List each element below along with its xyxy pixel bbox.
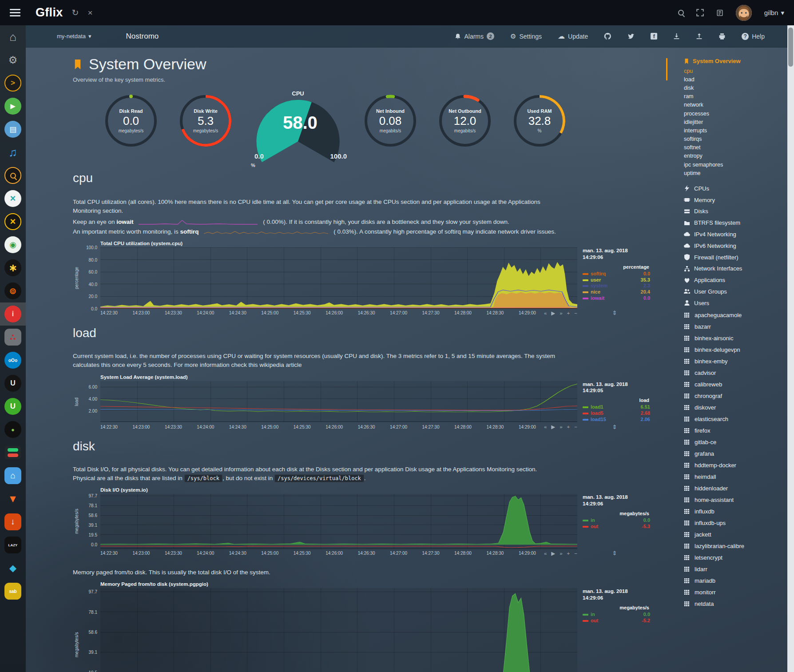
app-icon-monitorr[interactable]	[0, 441, 26, 464]
legend-item-in[interactable]: in 0.0	[583, 517, 650, 524]
gauge-net-outbound[interactable]: Net Outbound 12.0 megabits/s	[432, 90, 498, 147]
legend-item-softirq[interactable]: softirq 0.0	[583, 271, 650, 277]
facebook-link[interactable]: f	[651, 33, 657, 40]
pan-backward-button[interactable]: «	[544, 424, 547, 429]
github-link[interactable]	[604, 32, 611, 40]
pan-backward-button[interactable]: «	[544, 310, 547, 316]
zoom-out-button[interactable]: −	[574, 551, 577, 556]
sidebar-link-uptime[interactable]: uptime	[684, 169, 784, 177]
app-icon-downloader[interactable]: ↓	[0, 510, 26, 533]
app-icon-ubooquity[interactable]: U	[0, 395, 26, 418]
sidebar-section-user-groups[interactable]: User Groups	[684, 286, 784, 297]
sidebar-app-jackett[interactable]: jackett	[684, 529, 784, 540]
app-icon-jackett[interactable]	[0, 164, 26, 187]
app-icon-diskover[interactable]: ∗	[0, 256, 26, 279]
legend-item-load15[interactable]: load15 2.06	[583, 417, 650, 423]
legend-item-nice[interactable]: nice 20.4	[583, 289, 650, 295]
gauge-used-ram[interactable]: Used RAM 32.8 %	[506, 90, 573, 147]
play-button[interactable]: ▶	[551, 550, 555, 557]
app-icon-pinwheel-white[interactable]: ×	[0, 187, 26, 210]
sidebar-section-memory[interactable]: Memory	[684, 194, 784, 206]
sidebar-section-users[interactable]: Users	[684, 297, 784, 309]
chart-resize-handle[interactable]: ⇕	[577, 310, 652, 316]
sidebar-item-system-overview[interactable]: System Overview	[684, 58, 784, 64]
sidebar-app-lazylibrarian-calibre[interactable]: lazylibrarian-calibre	[684, 540, 784, 552]
sidebar-link-ipc-semaphores[interactable]: ipc semaphores	[684, 160, 784, 169]
sidebar-app-calibreweb[interactable]: calibreweb	[684, 378, 784, 390]
zoom-out-button[interactable]: −	[574, 310, 577, 316]
chart-plot-area[interactable]	[100, 494, 577, 549]
pan-forward-button[interactable]: »	[560, 424, 562, 429]
sidebar-app-hddtemp-docker[interactable]: hddtemp-docker	[684, 459, 784, 471]
sidebar-link-ram[interactable]: ram	[684, 92, 784, 101]
app-icon-bazarr[interactable]: ∴	[0, 326, 26, 349]
legend-item-load5[interactable]: load5 2.68	[583, 410, 650, 417]
scrollbar-track[interactable]	[787, 25, 794, 672]
app-icon-lazylibrarian[interactable]: LAZY	[0, 533, 26, 557]
app-icon-airsonic[interactable]: ♫	[0, 141, 26, 164]
app-icon-nextcloud[interactable]: oOo	[0, 349, 26, 372]
chart-resize-handle[interactable]: ⇕	[577, 424, 652, 430]
sidebar-link-processes[interactable]: processes	[684, 109, 784, 118]
sidebar-section-ipv6-networking[interactable]: IPv6 Networking	[684, 240, 784, 251]
sidebar-app-grafana[interactable]: grafana	[684, 448, 784, 459]
sidebar-app-letsencrypt[interactable]: letsencrypt	[684, 552, 784, 563]
sidebar-app-binhex-emby[interactable]: binhex-emby	[684, 355, 784, 367]
twitter-link[interactable]	[627, 33, 635, 40]
play-button[interactable]: ▶	[551, 310, 555, 316]
legend-item-iowait[interactable]: iowait 0.0	[583, 295, 650, 302]
gauge-net-inbound[interactable]: Net Inbound 0.08 megabits/s	[357, 90, 424, 147]
scrollbar-thumb[interactable]	[788, 28, 793, 67]
sidebar-app-binhex-delugevpn[interactable]: binhex-delugevpn	[684, 344, 784, 355]
user-avatar[interactable]	[736, 5, 752, 21]
alarms-button[interactable]: Alarms 2	[455, 32, 494, 40]
sidebar-link-disk[interactable]: disk	[684, 84, 784, 92]
sidebar-app-home-assistant[interactable]: home-assistant	[684, 494, 784, 505]
sidebar-link-interrupts[interactable]: interrupts	[684, 126, 784, 135]
sidebar-link-softnet[interactable]: softnet	[684, 143, 784, 152]
gauge-disk-read[interactable]: Disk Read 0.0 megabytes/s	[98, 90, 164, 147]
sidebar-app-lidarr[interactable]: lidarr	[684, 563, 784, 575]
sidebar-app-cadvisor[interactable]: cadvisor	[684, 367, 784, 378]
hamburger-menu-icon[interactable]	[10, 7, 20, 18]
changelog-icon[interactable]	[716, 9, 723, 16]
sidebar-app-mariadb[interactable]: mariadb	[684, 575, 784, 586]
app-icon-settings[interactable]: ⚙	[0, 48, 26, 72]
app-icon-grafana[interactable]: ⊚	[0, 279, 26, 302]
search-icon[interactable]	[678, 10, 684, 16]
sidebar-app-hiddenloader[interactable]: hiddenloader	[684, 482, 784, 494]
sidebar-section-applications[interactable]: Applications	[684, 274, 784, 286]
chart-plot-area[interactable]	[100, 588, 577, 672]
app-icon-plex[interactable]: >	[0, 72, 26, 95]
legend-item-out[interactable]: out -5.2	[583, 618, 650, 624]
app-icon-gitlab[interactable]: ▼	[0, 487, 26, 510]
server-dropdown[interactable]: my-netdata▾	[57, 33, 91, 40]
legend-item-load1[interactable]: load1 6.51	[583, 404, 650, 410]
app-icon-emby[interactable]: ▶	[0, 95, 26, 118]
close-tab-icon[interactable]: ×	[87, 8, 92, 18]
app-icon-netdata[interactable]: i	[0, 302, 26, 326]
update-button[interactable]: ☁Update	[558, 32, 588, 40]
user-menu[interactable]: gilbn▾	[764, 9, 784, 17]
sidebar-link-entropy[interactable]: entropy	[684, 152, 784, 160]
sidebar-link-softirqs[interactable]: softirqs	[684, 135, 784, 143]
zoom-in-button[interactable]: +	[567, 310, 570, 316]
sidebar-app-elasticsearch[interactable]: elasticsearch	[684, 413, 784, 425]
sidebar-section-network-interfaces[interactable]: Network Interfaces	[684, 263, 784, 274]
chart-plot-area[interactable]	[100, 381, 577, 422]
sidebar-section-ipv4-networking[interactable]: IPv4 Networking	[684, 229, 784, 240]
sidebar-app-gitlab-ce[interactable]: gitlab-ce	[684, 436, 784, 448]
pan-forward-button[interactable]: »	[560, 551, 562, 556]
chart-plot-area[interactable]	[100, 247, 577, 309]
sidebar-app-monitorr[interactable]: monitorr	[684, 586, 784, 598]
settings-button[interactable]: ⚙Settings	[510, 32, 542, 40]
sidebar-section-cpus[interactable]: CPUs	[684, 183, 784, 194]
sidebar-app-bazarr[interactable]: bazarr	[684, 321, 784, 332]
sidebar-app-netdata[interactable]: netdata	[684, 598, 784, 609]
sidebar-app-diskover[interactable]: diskover	[684, 402, 784, 413]
legend-item-system[interactable]: system 2.3	[583, 283, 650, 289]
sidebar-app-chronograf[interactable]: chronograf	[684, 390, 784, 402]
app-icon-home[interactable]: ⌂	[0, 25, 26, 48]
legend-item-out[interactable]: out -5.3	[583, 524, 650, 530]
sidebar-link-load[interactable]: load	[684, 75, 784, 84]
